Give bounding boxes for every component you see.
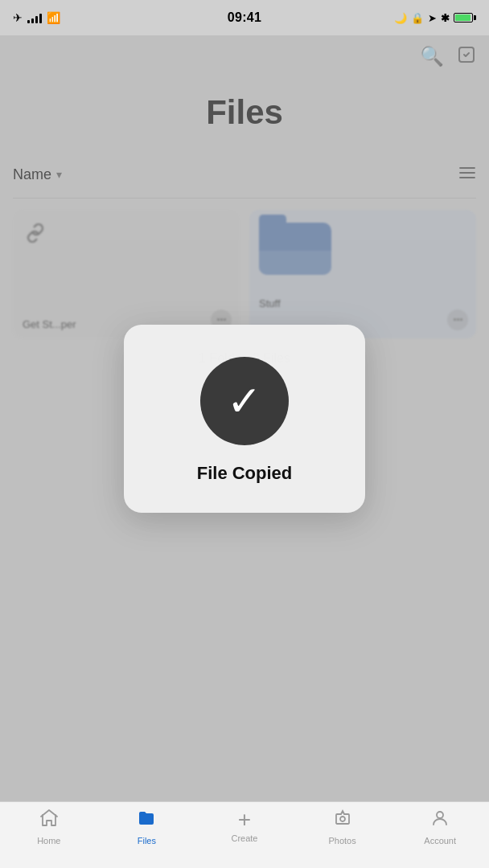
files-icon xyxy=(136,809,157,833)
status-bar: ✈ 📶 09:41 🌙 🔒 ➤ ✱ xyxy=(0,0,489,35)
tab-files[interactable]: Files xyxy=(98,809,196,845)
location-icon: ➤ xyxy=(428,12,437,24)
bluetooth-icon: ✱ xyxy=(441,12,450,24)
tab-create[interactable]: + Create xyxy=(195,809,294,843)
tab-bar: Home Files + Create Photos Account xyxy=(0,801,489,868)
create-icon: + xyxy=(238,809,251,831)
tab-create-label: Create xyxy=(231,833,257,843)
home-icon xyxy=(39,809,60,833)
moon-icon: 🌙 xyxy=(394,12,407,24)
status-left: ✈ 📶 xyxy=(13,11,60,24)
tab-account[interactable]: Account xyxy=(391,809,489,845)
tab-account-label: Account xyxy=(424,836,456,845)
svg-point-5 xyxy=(340,817,345,821)
tab-photos-label: Photos xyxy=(328,836,355,845)
tab-files-label: Files xyxy=(138,836,156,845)
photos-icon xyxy=(333,809,352,833)
tab-photos[interactable]: Photos xyxy=(294,809,392,845)
toast-card: ✓ File Copied xyxy=(124,325,365,513)
status-right: 🌙 🔒 ➤ ✱ xyxy=(394,12,476,24)
check-icon: ✓ xyxy=(227,380,262,422)
toast-circle: ✓ xyxy=(200,357,289,445)
toast-label: File Copied xyxy=(197,463,293,484)
account-icon xyxy=(430,809,450,833)
battery-icon xyxy=(454,13,476,23)
wifi-icon: 📶 xyxy=(47,11,60,24)
svg-point-6 xyxy=(437,812,443,818)
status-time: 09:41 xyxy=(228,10,261,25)
main-content: 🔍 Files Name ▾ xyxy=(0,35,489,801)
airplane-icon: ✈ xyxy=(13,11,23,24)
tab-home[interactable]: Home xyxy=(0,809,98,845)
lock-icon: 🔒 xyxy=(411,12,424,24)
signal-bars xyxy=(27,12,42,23)
tab-home-label: Home xyxy=(37,836,60,845)
